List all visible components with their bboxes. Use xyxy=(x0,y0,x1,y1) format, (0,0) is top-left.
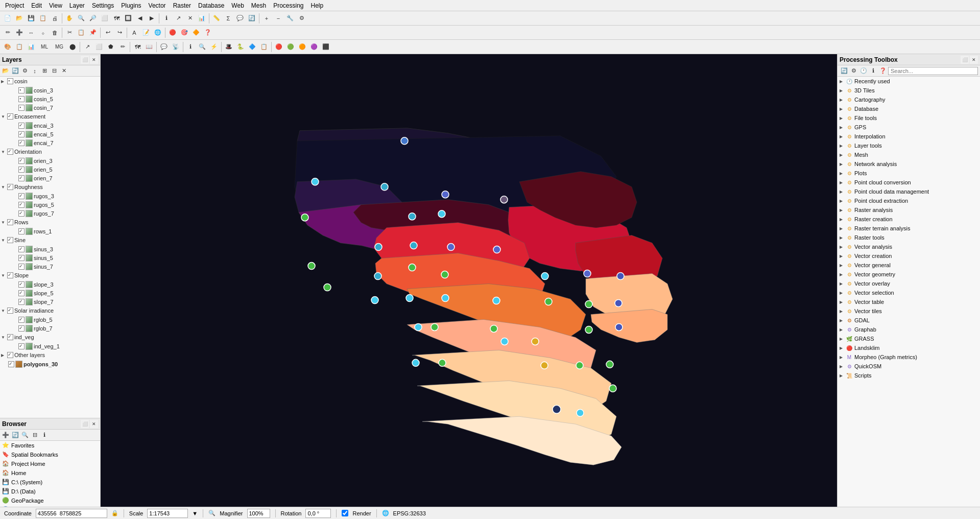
zoom-in-map-btn[interactable]: + xyxy=(261,13,272,24)
layer-group-slope-header[interactable]: ▼ Slope xyxy=(0,271,100,280)
rotation-input[interactable] xyxy=(305,509,331,518)
menu-view[interactable]: View xyxy=(46,1,65,10)
tools-btn[interactable]: 🔧 xyxy=(284,13,296,24)
layer-rugos7[interactable]: rugos_7 xyxy=(0,209,100,218)
toolbox-pointcloud-conv[interactable]: ▶ ⚙ Point cloud conversion xyxy=(838,178,980,187)
extra-btn[interactable]: ⬤ xyxy=(67,41,78,53)
toolbox-vector-table[interactable]: ▶ ⚙ Vector table xyxy=(838,297,980,306)
toolbox-network-analysis[interactable]: ▶ ⚙ Network analysis xyxy=(838,159,980,169)
help-btn[interactable]: ❓ xyxy=(202,27,213,38)
slope7-checkbox[interactable] xyxy=(18,299,25,305)
encai7-checkbox[interactable] xyxy=(18,140,25,146)
menu-help[interactable]: Help xyxy=(308,1,327,10)
mg-btn[interactable]: MG xyxy=(52,41,66,53)
layers-collapse-btn[interactable]: ⊟ xyxy=(50,66,59,76)
encai3-checkbox[interactable] xyxy=(18,123,25,129)
roughness-checkbox[interactable] xyxy=(7,184,13,190)
purple-btn[interactable]: 🟣 xyxy=(308,41,320,53)
zoom-full-btn[interactable]: ⬜ xyxy=(99,13,110,24)
browser-favorites[interactable]: ⭐ Favorites xyxy=(0,441,100,450)
layer-cosin3[interactable]: cosin_3 xyxy=(0,86,100,95)
toolbox-gdal[interactable]: ▶ ⚙ GDAL xyxy=(838,316,980,325)
encai5-checkbox[interactable] xyxy=(18,131,25,137)
orien7-checkbox[interactable] xyxy=(18,175,25,181)
menu-mesh[interactable]: Mesh xyxy=(248,1,269,10)
plugin1-btn[interactable]: 🔴 xyxy=(167,27,178,38)
toolbox-landsklim[interactable]: ▶ 🔴 Landsklim xyxy=(838,343,980,352)
orien5-checkbox[interactable] xyxy=(18,167,25,173)
layer-style-btn[interactable]: 🎨 xyxy=(2,41,13,53)
menu-processing[interactable]: Processing xyxy=(270,1,306,10)
rows-checkbox[interactable] xyxy=(7,219,13,225)
layer-orien3[interactable]: orien_3 xyxy=(0,156,100,165)
layer-rows1[interactable]: rows_1 xyxy=(0,227,100,235)
layer-encai3[interactable]: encai_3 xyxy=(0,121,100,130)
scale-input[interactable] xyxy=(147,509,188,518)
layer-rglob5[interactable]: rglob_5 xyxy=(0,315,100,324)
layer-rugos5[interactable]: rugos_5 xyxy=(0,200,100,209)
layers-refresh-btn[interactable]: 🔄 xyxy=(11,66,20,76)
print-btn[interactable]: 🖨 xyxy=(49,13,60,24)
attribute-table-btn[interactable]: 📊 xyxy=(196,13,207,24)
toolbox-float-btn[interactable]: ⬜ xyxy=(961,56,969,64)
menu-edit[interactable]: Edit xyxy=(28,1,45,10)
plugin2-btn[interactable]: 🎯 xyxy=(179,27,190,38)
browser-project-home[interactable]: 🏠 Project Home xyxy=(0,459,100,468)
layer-encai5[interactable]: encai_5 xyxy=(0,130,100,138)
indveg1-checkbox[interactable] xyxy=(18,343,25,349)
refresh-btn[interactable]: 🔄 xyxy=(246,13,257,24)
cosin7-checkbox[interactable] xyxy=(18,105,25,111)
toolbox-vector-tiles[interactable]: ▶ ⚙ Vector tiles xyxy=(838,306,980,316)
toolbox-vector-creation[interactable]: ▶ ⚙ Vector creation xyxy=(838,251,980,261)
browser-info-btn[interactable]: ℹ xyxy=(40,431,49,440)
layer-rglob7[interactable]: rglob_7 xyxy=(0,324,100,333)
plugin3-btn[interactable]: 🔶 xyxy=(190,27,202,38)
rugos5-checkbox[interactable] xyxy=(18,202,25,208)
toolbox-quickosm[interactable]: ▶ ⚙ QuickOSM xyxy=(838,362,980,371)
zoom-selection-btn[interactable]: 🔲 xyxy=(123,13,134,24)
toolbox-refresh-btn[interactable]: 🔄 xyxy=(840,66,849,76)
browser-d-drive[interactable]: 💾 D:\ (Data) xyxy=(0,487,100,496)
select-btn[interactable]: ↗ xyxy=(173,13,184,24)
toolbox-recently-used[interactable]: ▶ 🕐 Recently used xyxy=(838,77,980,86)
toolbox-search-input[interactable] xyxy=(888,67,978,75)
toolbox-close-btn[interactable]: ✕ xyxy=(970,56,978,64)
encasement-checkbox[interactable] xyxy=(7,113,13,120)
toolbox-history-btn[interactable]: 🕐 xyxy=(859,66,868,76)
orange-btn[interactable]: 🟠 xyxy=(297,41,308,53)
digitize-btn[interactable]: ✏ xyxy=(2,27,13,38)
rugos3-checkbox[interactable] xyxy=(18,193,25,199)
ml-btn[interactable]: ML xyxy=(37,41,52,53)
annotation-btn[interactable]: 📝 xyxy=(140,27,152,38)
toolbox-settings-btn[interactable]: ⚙ xyxy=(849,66,858,76)
toolbox-raster-terrain[interactable]: ▶ ⚙ Raster terrain analysis xyxy=(838,224,980,233)
toolbox-vector-general[interactable]: ▶ ⚙ Vector general xyxy=(838,261,980,270)
gps-btn[interactable]: 📡 xyxy=(170,41,181,53)
layer-sinus3[interactable]: sinus_3 xyxy=(0,245,100,253)
other-checkbox[interactable] xyxy=(7,352,13,358)
cut-btn[interactable]: ✂ xyxy=(64,27,75,38)
hat-btn[interactable]: 🎩 xyxy=(223,41,234,53)
rglob5-checkbox[interactable] xyxy=(18,317,25,323)
browser-collapse-btn[interactable]: ⊟ xyxy=(30,431,39,440)
toolbox-vector-geometry[interactable]: ▶ ⚙ Vector geometry xyxy=(838,270,980,279)
map-canvas[interactable] xyxy=(101,54,837,519)
layer-sinus7[interactable]: sinus_7 xyxy=(0,262,100,271)
menu-layer[interactable]: Layer xyxy=(66,1,88,10)
toolbox-gps[interactable]: ▶ ⚙ GPS xyxy=(838,123,980,132)
undo-btn[interactable]: ↩ xyxy=(102,27,113,38)
next-extent-btn[interactable]: ▶ xyxy=(146,13,157,24)
layers-expand-btn[interactable]: ⊞ xyxy=(40,66,49,76)
toolbox-vector-analysis[interactable]: ▶ ⚙ Vector analysis xyxy=(838,242,980,251)
layer-diagram-btn[interactable]: 📊 xyxy=(26,41,37,53)
identify-btn[interactable]: ℹ xyxy=(161,13,172,24)
layer-group-cosin-header[interactable]: ▶ cosin xyxy=(0,77,100,86)
layer-encai7[interactable]: encai_7 xyxy=(0,138,100,147)
cosin-checkbox[interactable] xyxy=(7,78,13,84)
label-btn[interactable]: A xyxy=(129,27,140,38)
browser-home[interactable]: 🏠 Home xyxy=(0,468,100,478)
georef-btn[interactable]: 🌐 xyxy=(152,27,163,38)
layer-group-indveg-header[interactable]: ▼ ind_veg xyxy=(0,333,100,342)
copy-btn[interactable]: 📋 xyxy=(76,27,87,38)
settings-btn[interactable]: ⚙ xyxy=(296,13,307,24)
